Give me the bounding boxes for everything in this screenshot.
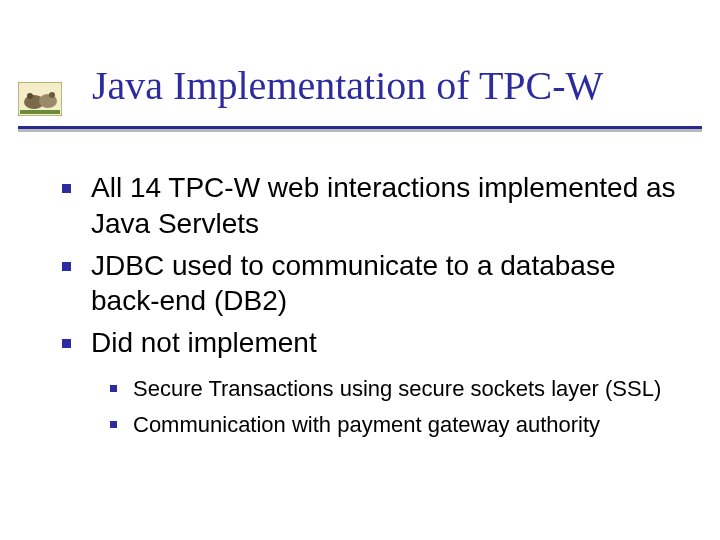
sub-bullet-item: Communication with payment gateway autho… xyxy=(110,411,682,439)
sub-bullet-item: Secure Transactions using secure sockets… xyxy=(110,375,682,403)
square-bullet-icon xyxy=(62,184,71,193)
square-bullet-icon xyxy=(110,421,117,428)
title-row: Java Implementation of TPC-W xyxy=(0,62,720,132)
bullet-item: Did not implement xyxy=(62,325,682,361)
slide-title: Java Implementation of TPC-W xyxy=(92,62,603,109)
svg-point-3 xyxy=(27,93,33,99)
square-bullet-icon xyxy=(110,385,117,392)
bullet-text: All 14 TPC-W web interactions implemente… xyxy=(91,170,682,242)
sub-bullet-text: Secure Transactions using secure sockets… xyxy=(133,375,661,403)
square-bullet-icon xyxy=(62,339,71,348)
svg-point-4 xyxy=(49,92,55,98)
sub-bullet-text: Communication with payment gateway autho… xyxy=(133,411,600,439)
bullet-item: All 14 TPC-W web interactions implemente… xyxy=(62,170,682,242)
title-underline xyxy=(18,126,702,129)
sub-bullet-list: Secure Transactions using secure sockets… xyxy=(110,375,682,439)
bullet-text: JDBC used to communicate to a database b… xyxy=(91,248,682,320)
square-bullet-icon xyxy=(62,262,71,271)
bullet-item: JDBC used to communicate to a database b… xyxy=(62,248,682,320)
logo-icon xyxy=(18,82,62,116)
bullet-text: Did not implement xyxy=(91,325,317,361)
body: All 14 TPC-W web interactions implemente… xyxy=(62,170,682,447)
slide: Java Implementation of TPC-W All 14 TPC-… xyxy=(0,0,720,540)
